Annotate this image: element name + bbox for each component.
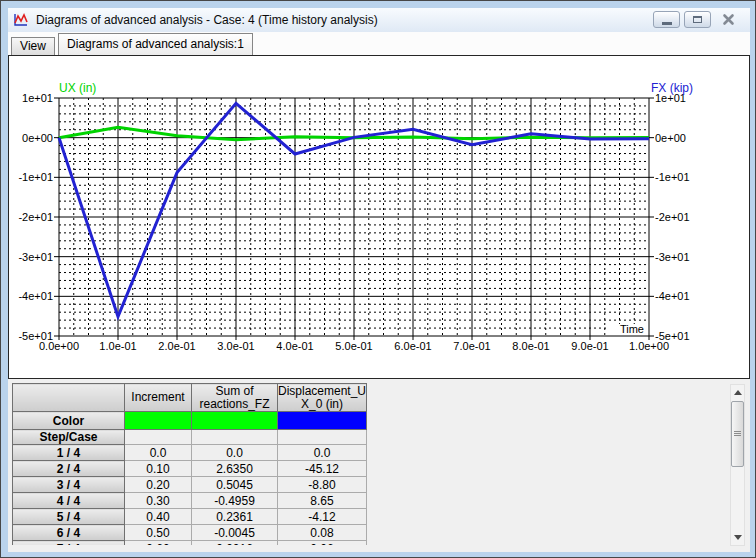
svg-text:Time: Time	[620, 323, 644, 335]
table-cell[interactable]: 0.30	[125, 493, 192, 509]
svg-text:-5e+01: -5e+01	[18, 330, 53, 342]
results-table-pane: Increment Sum ofreactions_FZ Displacemen…	[8, 379, 750, 552]
svg-text:-2e+01: -2e+01	[655, 211, 690, 223]
table-row-partial: 7 / 4 0.60 0.0016 0.06	[13, 541, 367, 546]
arrow-down-icon	[734, 535, 742, 540]
table-cell[interactable]: 0.5045	[192, 477, 278, 493]
tab-strip: View Diagrams of advanced analysis:1	[8, 32, 750, 55]
row-header-5-4[interactable]: 5 / 4	[13, 509, 125, 525]
svg-text:2.0e-01: 2.0e-01	[158, 340, 195, 352]
color-swatch-increment[interactable]	[125, 412, 192, 430]
chart-panel: 0.0e+001.0e-012.0e-013.0e-014.0e-015.0e-…	[8, 55, 750, 379]
table-cell[interactable]: -45.12	[278, 461, 367, 477]
table-cell[interactable]: 8.65	[278, 493, 367, 509]
table-cell[interactable]: 0.0	[125, 445, 192, 461]
close-icon	[722, 13, 735, 26]
svg-text:0e+00: 0e+00	[655, 132, 686, 144]
color-swatch-displacement-ux-0[interactable]	[278, 412, 367, 430]
table-cell[interactable]: -0.4959	[192, 493, 278, 509]
table-cell[interactable]: 0.60	[125, 541, 192, 546]
svg-text:UX (in): UX (in)	[59, 81, 96, 95]
scrollbar-grip-icon	[734, 431, 741, 437]
svg-text:4.0e-01: 4.0e-01	[276, 340, 313, 352]
table-cell[interactable]	[192, 430, 278, 445]
scroll-up-button[interactable]	[731, 385, 744, 400]
table-row: 4 / 4 0.30 -0.4959 8.65	[13, 493, 367, 509]
row-header-3-4[interactable]: 3 / 4	[13, 477, 125, 493]
table-row: 6 / 4 0.50 -0.0045 0.08	[13, 525, 367, 541]
table-row: 2 / 4 0.10 2.6350 -45.12	[13, 461, 367, 477]
table-row: 1 / 4 0.0 0.0 0.0	[13, 445, 367, 461]
results-table-wrap: Increment Sum ofreactions_FZ Displacemen…	[12, 383, 368, 545]
table-cell[interactable]: 0.06	[278, 541, 367, 546]
results-table: Increment Sum ofreactions_FZ Displacemen…	[12, 383, 367, 545]
row-header-6-4[interactable]: 6 / 4	[13, 525, 125, 541]
svg-text:7.0e-01: 7.0e-01	[453, 340, 490, 352]
svg-text:-1e+01: -1e+01	[655, 171, 690, 183]
arrow-up-icon	[734, 390, 742, 395]
color-row: Color	[13, 412, 367, 430]
svg-text:-1e+01: -1e+01	[18, 171, 53, 183]
table-cell[interactable]: -0.0045	[192, 525, 278, 541]
table-cell[interactable]: 0.10	[125, 461, 192, 477]
restore-icon	[693, 16, 702, 23]
table-cell[interactable]	[125, 430, 192, 445]
window-controls	[649, 11, 742, 28]
minimize-icon	[662, 22, 672, 25]
table-row: 5 / 4 0.40 0.2361 -4.12	[13, 509, 367, 525]
title-bar[interactable]: Diagrams of advanced analysis - Case: 4 …	[8, 8, 750, 32]
column-header-sum-of-reactions-fz[interactable]: Sum ofreactions_FZ	[192, 384, 278, 412]
table-cell[interactable]: 2.6350	[192, 461, 278, 477]
minimize-button[interactable]	[653, 11, 680, 28]
tab-view[interactable]: View	[11, 37, 55, 55]
restore-button[interactable]	[684, 11, 711, 28]
svg-text:-4e+01: -4e+01	[18, 290, 53, 302]
svg-text:6.0e-01: 6.0e-01	[394, 340, 431, 352]
chart-app-icon	[13, 12, 29, 28]
scroll-down-button[interactable]	[731, 530, 744, 545]
svg-text:-5e+01: -5e+01	[655, 330, 690, 342]
diagrams-window: Diagrams of advanced analysis - Case: 4 …	[0, 0, 756, 558]
table-row: 3 / 4 0.20 0.5045 -8.80	[13, 477, 367, 493]
svg-text:5.0e-01: 5.0e-01	[335, 340, 372, 352]
close-button[interactable]	[715, 11, 742, 28]
table-cell[interactable]: 0.0	[192, 445, 278, 461]
svg-text:-3e+01: -3e+01	[18, 251, 53, 263]
column-header-increment[interactable]: Increment	[125, 384, 192, 412]
table-cell[interactable]: 0.2361	[192, 509, 278, 525]
svg-text:1.0e-01: 1.0e-01	[99, 340, 136, 352]
row-header-4-4[interactable]: 4 / 4	[13, 493, 125, 509]
tab-diagrams-of-advanced-analysis-1[interactable]: Diagrams of advanced analysis:1	[58, 33, 253, 55]
table-vertical-scrollbar[interactable]	[730, 384, 745, 546]
row-header-step-case[interactable]: Step/Case	[13, 430, 125, 445]
svg-text:0e+00: 0e+00	[22, 132, 53, 144]
table-cell[interactable]: 0.0	[278, 445, 367, 461]
table-header-row: Increment Sum ofreactions_FZ Displacemen…	[13, 384, 367, 412]
scrollbar-thumb[interactable]	[731, 401, 744, 467]
window-title: Diagrams of advanced analysis - Case: 4 …	[36, 13, 378, 27]
row-header-2-4[interactable]: 2 / 4	[13, 461, 125, 477]
table-cell[interactable]: -4.12	[278, 509, 367, 525]
step-case-row: Step/Case	[13, 430, 367, 445]
table-cell[interactable]	[278, 430, 367, 445]
svg-text:3.0e-01: 3.0e-01	[217, 340, 254, 352]
table-cell[interactable]: 0.08	[278, 525, 367, 541]
table-cell[interactable]: 0.50	[125, 525, 192, 541]
table-cell[interactable]: 0.0016	[192, 541, 278, 546]
svg-text:FX (kip): FX (kip)	[651, 81, 693, 95]
row-header-color[interactable]: Color	[13, 412, 125, 430]
corner-header-cell[interactable]	[13, 384, 125, 412]
svg-text:1e+01: 1e+01	[22, 92, 53, 104]
table-cell[interactable]: 0.20	[125, 477, 192, 493]
column-header-displacement-ux-0[interactable]: Displacement_UX_0 (in)	[278, 384, 367, 412]
time-history-chart: 0.0e+001.0e-012.0e-013.0e-014.0e-015.0e-…	[9, 56, 749, 378]
table-cell[interactable]: -8.80	[278, 477, 367, 493]
table-cell[interactable]: 0.40	[125, 509, 192, 525]
row-header-1-4[interactable]: 1 / 4	[13, 445, 125, 461]
window-content: Diagrams of advanced analysis - Case: 4 …	[8, 8, 750, 552]
svg-text:-2e+01: -2e+01	[18, 211, 53, 223]
svg-text:-4e+01: -4e+01	[655, 290, 690, 302]
row-header-7-4[interactable]: 7 / 4	[13, 541, 125, 546]
svg-text:-3e+01: -3e+01	[655, 251, 690, 263]
color-swatch-sum-of-reactions-fz[interactable]	[192, 412, 278, 430]
